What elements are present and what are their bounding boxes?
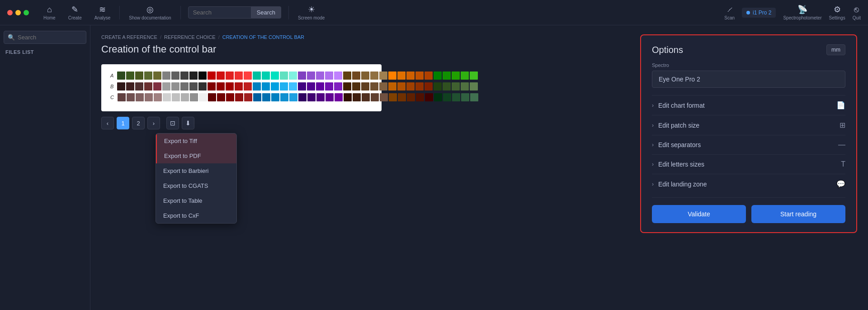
spectrophotometer-label: Spectrophotometer — [783, 15, 821, 20]
color-swatch — [379, 82, 387, 91]
color-swatch — [434, 82, 442, 91]
content-area: CREATE A REFERENCE / REFERENCE CHOICE / … — [90, 25, 868, 310]
export-dropdown-item[interactable]: Export to CxF — [156, 208, 236, 223]
color-swatch — [415, 82, 424, 91]
option-row-icon: — — [838, 141, 845, 149]
docs-label: Show documentation — [129, 15, 171, 20]
toolbar-settings[interactable]: ⚙ Settings — [829, 5, 845, 20]
option-row[interactable]: › Edit landing zone 💬 — [652, 174, 845, 194]
minimize-button[interactable] — [15, 10, 21, 15]
page-2-button[interactable]: 2 — [132, 117, 145, 129]
color-swatch — [407, 93, 415, 101]
home-icon: ⌂ — [47, 5, 52, 14]
mm-badge[interactable]: mm — [826, 44, 845, 55]
color-swatch — [361, 82, 369, 91]
breadcrumb-step3[interactable]: CREATION OF THE CONTROL BAR — [222, 34, 304, 40]
color-swatch — [344, 93, 352, 101]
color-swatch — [154, 93, 162, 101]
color-swatch — [452, 72, 460, 80]
toolbar-documentation[interactable]: ◎ Show documentation — [123, 5, 176, 20]
color-swatch — [461, 72, 469, 80]
color-swatch — [190, 93, 198, 101]
color-swatch — [415, 72, 424, 80]
color-swatch — [253, 72, 261, 80]
color-swatch — [117, 72, 125, 80]
toolbar-analyse[interactable]: ≋ Analyse — [89, 5, 116, 20]
breadcrumb-step1[interactable]: CREATE A REFERENCE — [101, 34, 157, 40]
export-dropdown-item[interactable]: Export to Barbieri — [156, 163, 236, 178]
next-page-button[interactable]: › — [147, 117, 160, 129]
color-swatch — [235, 72, 243, 80]
validate-button[interactable]: Validate — [652, 205, 746, 223]
color-swatch — [180, 72, 189, 80]
breadcrumb-step2[interactable]: REFERENCE CHOICE — [164, 34, 216, 40]
export-dropdown-item[interactable]: Export to CGATS — [156, 178, 236, 193]
option-row[interactable]: › Edit separators — — [652, 135, 845, 154]
toolbar-screen-mode[interactable]: ☀ Screen mode — [292, 5, 330, 20]
option-chevron-icon: › — [652, 102, 654, 109]
prev-page-button[interactable]: ‹ — [101, 117, 114, 129]
option-row[interactable]: › Edit letters sizes T — [652, 154, 845, 174]
color-swatch — [162, 82, 170, 91]
color-swatch — [307, 93, 316, 101]
scan-label: Scan — [724, 15, 735, 20]
toolbar-scan[interactable]: ⟋ Scan — [724, 5, 735, 20]
option-row[interactable]: › Edit chart format 📄 — [652, 95, 845, 115]
crop-icon-button[interactable]: ⊡ — [166, 117, 179, 129]
color-swatch — [171, 72, 179, 80]
color-swatch — [380, 93, 388, 101]
export-dropdown-item[interactable]: Export to PDF — [156, 148, 236, 163]
option-row-label: Edit landing zone — [658, 181, 707, 188]
toolbar-quit[interactable]: ⎋ Quit — [853, 5, 861, 20]
color-swatch — [126, 72, 134, 80]
option-row-label: Edit chart format — [658, 102, 705, 109]
sidebar-search-icon: 🔍 — [8, 34, 15, 41]
color-swatch — [388, 82, 396, 91]
option-row[interactable]: › Edit patch size ⊞ — [652, 115, 845, 135]
close-button[interactable] — [7, 10, 13, 15]
color-swatch — [117, 82, 125, 91]
color-swatch — [180, 82, 189, 91]
color-swatch — [326, 93, 334, 101]
spectro-status-dot — [746, 11, 750, 14]
toolbar-home[interactable]: ⌂ Home — [38, 5, 61, 20]
color-swatch — [307, 82, 315, 91]
start-reading-button[interactable]: Start reading — [751, 205, 845, 223]
toolbar-create[interactable]: ✎ Create — [63, 5, 87, 20]
export-dropdown-item[interactable]: Export to Table — [156, 193, 236, 208]
option-row-left: › Edit patch size — [652, 122, 699, 129]
color-swatch — [189, 82, 198, 91]
download-icon-button[interactable]: ⬇ — [182, 117, 194, 129]
color-swatch — [280, 82, 288, 91]
maximize-button[interactable] — [24, 10, 29, 15]
color-swatch — [470, 82, 478, 91]
color-swatch — [362, 93, 370, 101]
color-swatch — [181, 93, 189, 101]
color-swatch — [208, 72, 216, 80]
option-chevron-icon: › — [652, 161, 654, 167]
search-button[interactable]: Search — [251, 6, 281, 19]
screen-mode-icon: ☀ — [308, 5, 315, 14]
color-swatch — [461, 82, 469, 91]
color-swatch — [316, 93, 325, 101]
color-swatch — [226, 93, 234, 101]
action-buttons: Validate Start reading — [652, 197, 845, 223]
sidebar-search-input[interactable] — [18, 34, 94, 41]
export-dropdown-item[interactable]: Export to Tiff — [156, 134, 236, 148]
sidebar-search-container[interactable]: 🔍 — [4, 31, 86, 44]
color-swatch — [335, 93, 343, 101]
search-input[interactable] — [188, 6, 251, 19]
spectro-name: i1 Pro 2 — [753, 10, 771, 16]
color-swatch — [406, 72, 415, 80]
row-b-label: B — [110, 84, 113, 89]
color-swatch — [406, 82, 415, 91]
color-swatch — [434, 72, 442, 80]
color-swatch — [389, 93, 397, 101]
color-swatch — [127, 93, 135, 101]
page-1-button[interactable]: 1 — [117, 117, 129, 129]
color-swatch — [217, 93, 225, 101]
divider-2 — [180, 6, 181, 19]
toolbar-spectrophotometer[interactable]: 📡 Spectrophotometer — [783, 5, 821, 20]
breadcrumb-sep-2: / — [218, 34, 220, 40]
color-swatch — [136, 93, 144, 101]
